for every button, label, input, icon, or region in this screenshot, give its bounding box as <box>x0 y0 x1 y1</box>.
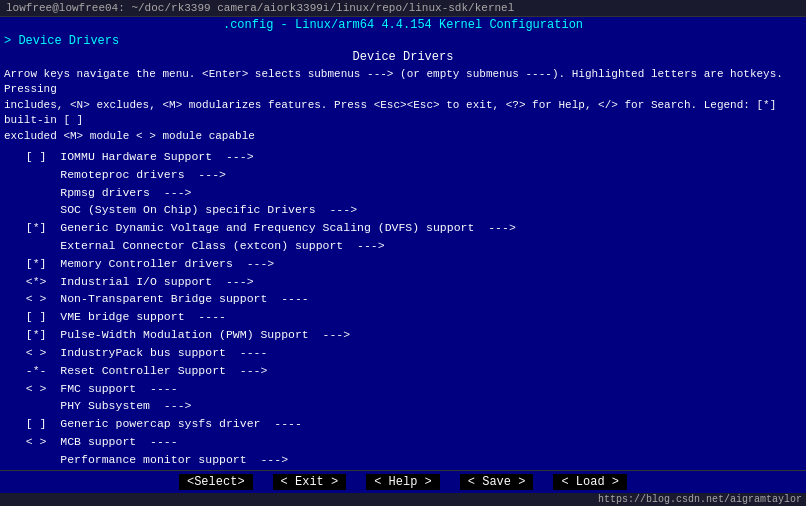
load-button[interactable]: < Load > <box>553 474 627 490</box>
section-title: Device Drivers <box>0 49 806 65</box>
menu-item[interactable]: < > Non-Transparent Bridge support ---- <box>8 290 806 308</box>
menu-item[interactable]: [*] Generic Dynamic Voltage and Frequenc… <box>8 219 806 237</box>
menu-item[interactable]: Remoteproc drivers ---> <box>8 166 806 184</box>
menu-item[interactable]: < > IndustryPack bus support ---- <box>8 344 806 362</box>
menu-item[interactable]: [*] Pulse-Width Modulation (PWM) Support… <box>8 326 806 344</box>
menu-list: [ ] IOMMU Hardware Support ---> Remotepr… <box>0 148 806 470</box>
window: lowfree@lowfree04: ~/doc/rk3399 camera/a… <box>0 0 806 506</box>
bottom-bar: <Select> < Exit > < Help > < Save > < Lo… <box>0 470 806 493</box>
main-content: [ ] IOMMU Hardware Support ---> Remotepr… <box>0 146 806 470</box>
menu-item[interactable]: < > FMC support ---- <box>8 380 806 398</box>
title-bar: lowfree@lowfree04: ~/doc/rk3399 camera/a… <box>0 0 806 17</box>
save-button[interactable]: < Save > <box>460 474 534 490</box>
menu-item[interactable]: [ ] IOMMU Hardware Support ---> <box>8 148 806 166</box>
window-title: lowfree@lowfree04: ~/doc/rk3399 camera/a… <box>6 2 514 14</box>
help-button[interactable]: < Help > <box>366 474 440 490</box>
menu-item[interactable]: Performance monitor support ---> <box>8 451 806 469</box>
exit-button[interactable]: < Exit > <box>273 474 347 490</box>
menu-item[interactable]: [ ] VME bridge support ---- <box>8 308 806 326</box>
breadcrumb-text: > Device Drivers <box>4 34 119 48</box>
menu-item[interactable]: -*- Reset Controller Support ---> <box>8 362 806 380</box>
kconfig-header: .config - Linux/arm64 4.4.154 Kernel Con… <box>0 17 806 33</box>
help-line: excluded <M> module < > module capable <box>4 129 802 144</box>
help-line: Arrow keys navigate the menu. <Enter> se… <box>4 67 802 98</box>
menu-item[interactable]: [ ] Generic powercap sysfs driver ---- <box>8 415 806 433</box>
kconfig-title: .config - Linux/arm64 4.4.154 Kernel Con… <box>223 18 583 32</box>
select-button[interactable]: <Select> <box>179 474 253 490</box>
help-text: Arrow keys navigate the menu. <Enter> se… <box>0 65 806 146</box>
menu-item[interactable]: <*> Industrial I/O support ---> <box>8 273 806 291</box>
menu-item[interactable]: Rpmsg drivers ---> <box>8 184 806 202</box>
menu-item[interactable]: [*] Memory Controller drivers ---> <box>8 255 806 273</box>
breadcrumb: > Device Drivers <box>0 33 806 49</box>
url-text: https://blog.csdn.net/aigramtaylor <box>598 494 802 505</box>
menu-item[interactable]: < > MCB support ---- <box>8 433 806 451</box>
menu-item[interactable]: External Connector Class (extcon) suppor… <box>8 237 806 255</box>
menu-item[interactable]: SOC (System On Chip) specific Drivers --… <box>8 201 806 219</box>
help-line: includes, <N> excludes, <M> modularizes … <box>4 98 802 129</box>
section-title-text: Device Drivers <box>353 50 454 64</box>
menu-item[interactable]: PHY Subsystem ---> <box>8 397 806 415</box>
url-bar: https://blog.csdn.net/aigramtaylor <box>0 493 806 506</box>
